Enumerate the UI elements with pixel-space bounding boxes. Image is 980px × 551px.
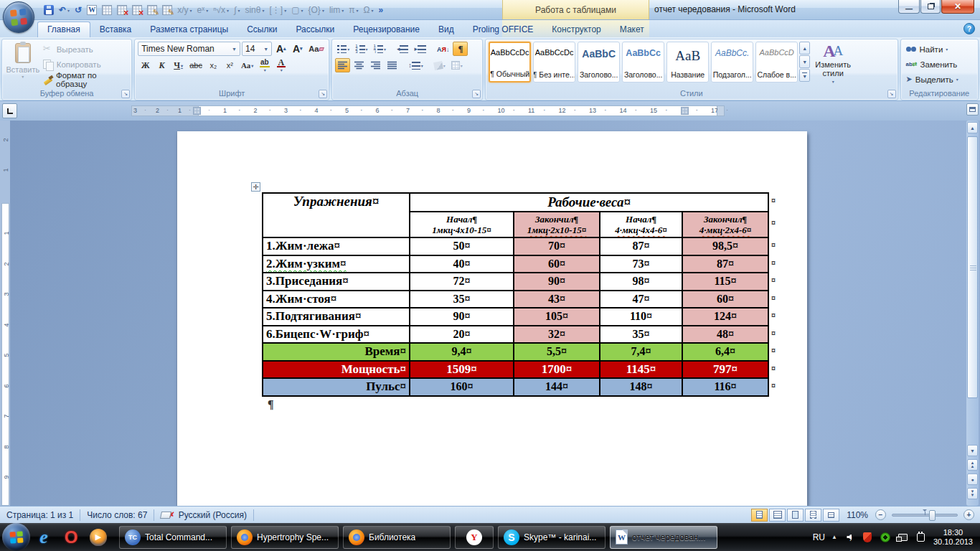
- clipboard-dialog-launcher-icon[interactable]: ↘: [121, 90, 130, 98]
- qat-edit-table-button[interactable]: [145, 3, 159, 17]
- qat-equation-exponent-button[interactable]: eˣ▾: [195, 3, 211, 17]
- table-move-handle-icon[interactable]: ✛: [251, 182, 260, 192]
- subheader-cell-2[interactable]: Начал¶4·мкц·4x4-6¤: [600, 212, 682, 237]
- web-layout-button[interactable]: [787, 509, 804, 522]
- style-no-spacing[interactable]: AaBbCcDc¶ Без инте...: [533, 42, 575, 83]
- vertical-ruler[interactable]: 123456789 21: [0, 121, 10, 506]
- opera-button[interactable]: O: [57, 523, 85, 551]
- shading-button[interactable]: ▾: [432, 58, 448, 72]
- style-subtitle[interactable]: AaBbCc.Подзагол...: [711, 42, 753, 83]
- previous-page-button[interactable]: ▲▲: [967, 459, 978, 471]
- style-subtle-emphasis[interactable]: AaBbCcDСлабое в...: [755, 42, 798, 83]
- value-cell[interactable]: 87¤: [600, 237, 682, 255]
- show-hidden-icons-button[interactable]: ▲: [831, 534, 837, 540]
- zoom-out-button[interactable]: −: [875, 509, 886, 520]
- qat-qat-more-button[interactable]: »: [377, 3, 386, 17]
- office-button[interactable]: [3, 1, 34, 33]
- paste-button[interactable]: Вставить ▾: [5, 42, 41, 88]
- value-cell[interactable]: 50¤: [410, 237, 514, 255]
- multilevel-list-button[interactable]: 1аi▾: [372, 42, 388, 56]
- qat-delete-rows-button[interactable]: [115, 3, 129, 17]
- word-count[interactable]: Число слов: 67: [80, 509, 154, 522]
- power-tray-button[interactable]: [915, 532, 927, 543]
- font-color-button[interactable]: А▾: [273, 58, 288, 72]
- style-heading-1[interactable]: AaBbCЗаголово...: [578, 42, 620, 83]
- line-spacing-button[interactable]: ↕▾: [406, 58, 425, 72]
- qat-equation-fraction-button[interactable]: x/y▾: [175, 3, 194, 17]
- scroll-up-button[interactable]: ▲: [967, 122, 978, 133]
- qat-save-button[interactable]: [42, 3, 56, 17]
- subheader-cell-3[interactable]: Закончил¶4·мкц·2x4-6¤: [682, 212, 768, 237]
- tab-references[interactable]: Ссылки: [237, 22, 286, 37]
- value-cell[interactable]: 47¤: [600, 291, 682, 309]
- scroll-down-button[interactable]: ▼: [967, 445, 978, 456]
- tab-layout[interactable]: Макет: [611, 22, 654, 37]
- minimize-button[interactable]: —: [898, 0, 920, 14]
- qat-equation-trig-button[interactable]: sinθ▾: [242, 3, 266, 17]
- find-button[interactable]: Найти ▾: [904, 42, 976, 56]
- qat-equation-integral-button[interactable]: ∫▾: [232, 3, 242, 17]
- restore-button[interactable]: [920, 0, 941, 14]
- numbering-button[interactable]: 123▾: [353, 42, 369, 56]
- summary-name-cell[interactable]: Мощность¤: [263, 361, 410, 379]
- outline-view-button[interactable]: [805, 509, 821, 522]
- horizontal-ruler-margin[interactable]: 3·2·1·: [131, 105, 199, 116]
- media-player-button[interactable]: ▶: [85, 523, 112, 551]
- underline-button[interactable]: Ч▾: [171, 58, 186, 72]
- value-cell[interactable]: 40¤: [410, 255, 514, 273]
- subheader-cell-1[interactable]: Закончил¶1мкц·2x10-15¤: [514, 212, 600, 237]
- summary-name-cell[interactable]: Пульс¤: [263, 378, 410, 396]
- value-cell[interactable]: 115¤: [682, 273, 768, 291]
- font-name-combobox[interactable]: Times New Roman ▼: [138, 42, 240, 56]
- taskbar-button-firefox-1[interactable]: Hypertrophy Spe...: [231, 526, 339, 549]
- header-cell-working-weights[interactable]: Рабочие·веса¤: [410, 193, 768, 212]
- exercise-name-cell[interactable]: 4.Жим·стоя¤: [263, 291, 410, 309]
- value-cell[interactable]: 87¤: [682, 255, 768, 273]
- value-cell[interactable]: 70¤: [514, 237, 600, 255]
- spell-check-status[interactable]: ✗ Русский (Россия): [154, 509, 253, 522]
- bullets-button[interactable]: ▾: [335, 42, 352, 56]
- page-indicator[interactable]: Страница: 1 из 1: [0, 509, 80, 522]
- increase-indent-button[interactable]: ▸: [412, 42, 428, 56]
- change-styles-button[interactable]: AA Изменить стили ▾: [811, 42, 854, 88]
- full-screen-reading-button[interactable]: [769, 509, 786, 522]
- value-cell[interactable]: 98¤: [600, 273, 682, 291]
- value-cell[interactable]: 48¤: [682, 326, 768, 344]
- borders-button[interactable]: ▾: [449, 58, 465, 72]
- style-normal[interactable]: AaBbCcDc¶ Обычный: [489, 42, 531, 83]
- help-button[interactable]: ?: [963, 23, 975, 34]
- exercise-name-cell[interactable]: 5.Подтягивания¤: [263, 308, 410, 326]
- clear-formatting-button[interactable]: Aa: [306, 42, 326, 56]
- font-size-combobox[interactable]: 14 ▼: [242, 42, 272, 56]
- horizontal-ruler-right-margin[interactable]: [717, 105, 725, 116]
- select-button[interactable]: ➤ Выделить ▾: [904, 72, 976, 86]
- ruler-table-marker-icon[interactable]: [681, 107, 689, 115]
- antivirus-tray-button[interactable]: [862, 532, 873, 543]
- show-formatting-marks-button[interactable]: ¶: [453, 42, 468, 56]
- grow-font-button[interactable]: A: [273, 42, 288, 56]
- print-layout-view-button[interactable]: [751, 509, 768, 522]
- network-tray-button[interactable]: [897, 532, 909, 543]
- start-button[interactable]: [2, 523, 30, 551]
- format-painter-button[interactable]: Формат по образцу: [41, 72, 128, 86]
- ruler-table-marker-icon[interactable]: [193, 107, 201, 115]
- taskbar-button-skype-4[interactable]: SSkype™ - karinai...: [498, 526, 606, 549]
- font-dialog-launcher-icon[interactable]: ↘: [319, 90, 327, 98]
- qat-equation-omega-button[interactable]: Ω▾: [362, 3, 376, 17]
- tab-mailings[interactable]: Рассылки: [286, 22, 344, 37]
- zoom-level[interactable]: 110%: [841, 510, 874, 520]
- qat-redo-button[interactable]: ↺: [72, 3, 84, 17]
- summary-value-cell[interactable]: 116¤: [682, 378, 768, 396]
- italic-button[interactable]: К: [154, 58, 169, 72]
- value-cell[interactable]: 35¤: [600, 326, 682, 344]
- subheader-cell-0[interactable]: Начал¶1мкц·4x10-15¤: [410, 212, 514, 237]
- qat-equation-braces-button[interactable]: {O}▾: [306, 3, 326, 17]
- qat-undo-button[interactable]: ↶▾: [57, 3, 72, 17]
- exercise-name-cell[interactable]: 6.Бицепс·W·гриф¤: [263, 326, 410, 344]
- align-center-button[interactable]: [352, 58, 367, 72]
- decrease-indent-button[interactable]: ◂: [395, 42, 411, 56]
- qat-table-grid-button[interactable]: [100, 3, 114, 17]
- summary-value-cell[interactable]: 7,4¤: [600, 343, 682, 361]
- value-cell[interactable]: 72¤: [410, 273, 514, 291]
- superscript-button[interactable]: x²: [222, 58, 237, 72]
